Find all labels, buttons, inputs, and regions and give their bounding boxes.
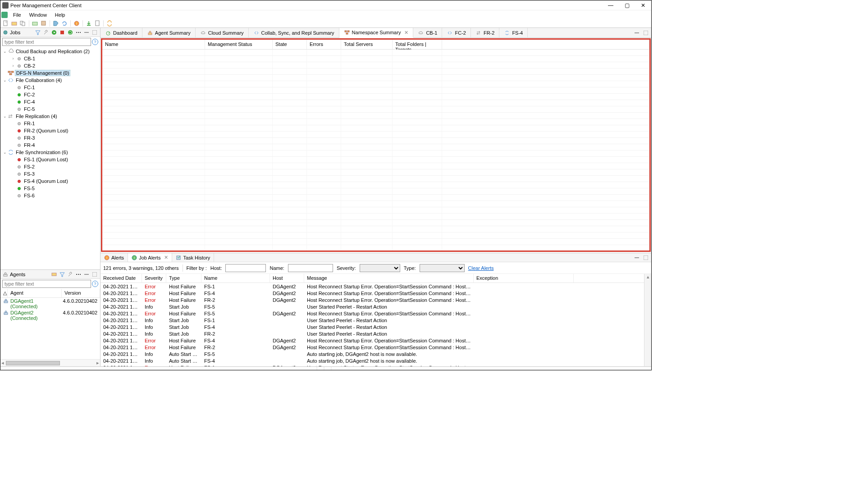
tree-node[interactable]: ›CB-1	[0, 55, 100, 62]
col-agent[interactable]: Agent	[8, 289, 62, 297]
maximize-bottom-icon[interactable]	[642, 254, 649, 261]
nav-icon[interactable]	[32, 20, 39, 27]
agent-row[interactable]: DGAgent1 (Connected)4.6.0.20210402	[0, 298, 100, 310]
menu-window[interactable]: Window	[26, 11, 50, 18]
tree-node[interactable]: ⌄File Collaboration (4)	[0, 77, 100, 84]
tree-node[interactable]: FS-6	[0, 192, 100, 199]
grid-column-header[interactable]: Errors	[307, 40, 341, 49]
alerts-column-header[interactable]: Message	[304, 274, 474, 282]
download-icon[interactable]	[85, 20, 92, 27]
maximize-button[interactable]: ▢	[622, 2, 631, 9]
stop-icon[interactable]	[59, 29, 66, 36]
editor-tab[interactable]: Cloud Summary	[196, 28, 249, 37]
grid-column-header[interactable]: State	[273, 40, 307, 49]
editor-tab[interactable]: Agent Summary	[142, 28, 196, 37]
alert-row[interactable]: 04-20-2021 14:49:58InfoStart JobFR-2User…	[101, 330, 644, 337]
clear-alerts-link[interactable]: Clear Alerts	[468, 265, 494, 271]
alert-row[interactable]: 04-20-2021 14:51:06ErrorHost FailureFS-4…	[101, 290, 644, 296]
tree-node[interactable]: FR-2 (Quorum Lost)	[0, 127, 100, 134]
play-icon[interactable]	[50, 29, 58, 36]
alert-row[interactable]: 04-20-2021 14:50:05InfoStart JobFS-1User…	[101, 317, 644, 323]
expander-icon[interactable]: ⌄	[2, 78, 8, 82]
grid-column-header[interactable]: Management Status	[205, 40, 273, 49]
agent-row[interactable]: DGAgent2 (Connected)4.6.0.20210402	[0, 310, 100, 321]
tree-node[interactable]: FS-3	[0, 170, 100, 178]
agents-minimize-icon[interactable]	[83, 271, 90, 278]
bottom-tab[interactable]: Task History	[172, 253, 214, 262]
help-icon[interactable]: ?	[92, 281, 98, 287]
alerts-column-header[interactable]: Host	[270, 274, 304, 282]
sync-icon[interactable]	[106, 20, 113, 27]
menu-icon[interactable]	[75, 29, 82, 36]
alert-row[interactable]: 04-20-2021 14:49:36ErrorHost FailureFS-4…	[101, 337, 644, 344]
tree-node[interactable]: ⌄File Synchronization (6)	[0, 149, 100, 156]
minimize-editor-icon[interactable]	[633, 29, 640, 36]
tree-node[interactable]: FC-2	[0, 91, 100, 98]
editor-tab[interactable]: Namespace Summary✕	[339, 28, 414, 38]
menu-help[interactable]: Help	[51, 11, 69, 18]
jobs-filter-input[interactable]	[2, 38, 91, 46]
alert-row[interactable]: 04-20-2021 14:49:02InfoAuto Start JobFS-…	[101, 351, 644, 357]
bottom-tab[interactable]: !Job Alerts✕	[128, 253, 172, 262]
maximize-view-icon[interactable]	[91, 29, 98, 36]
expander-icon[interactable]: ⌄	[2, 150, 8, 155]
menu-file[interactable]: File	[9, 11, 25, 18]
editor-tab[interactable]: Collab, Sync, and Repl Summary	[249, 28, 339, 37]
alerts-vertical-scrollbar[interactable]: ▴	[644, 274, 651, 366]
minimize-button[interactable]: —	[606, 2, 615, 9]
alert-row[interactable]: 04-20-2021 14:49:06ErrorHost FailureFR-2…	[101, 344, 644, 351]
help-icon[interactable]: ?	[92, 39, 98, 45]
open-icon[interactable]	[11, 20, 18, 27]
minimize-bottom-icon[interactable]	[633, 254, 640, 261]
filter-type-select[interactable]	[420, 264, 465, 272]
wrench-icon[interactable]	[42, 29, 50, 36]
alerts-column-header[interactable]: Received Date	[101, 274, 142, 282]
filter-host-input[interactable]	[225, 264, 266, 272]
agents-wrench-icon[interactable]	[67, 271, 74, 278]
alert-row[interactable]: 04-20-2021 14:51:02ErrorHost FailureFR-2…	[101, 296, 644, 303]
alert-row[interactable]: 04-20-2021 14:50:11InfoStart JobFS-5User…	[101, 303, 644, 310]
grid-column-header[interactable]: Name	[102, 40, 205, 49]
doc-icon[interactable]	[94, 20, 101, 27]
tree-node[interactable]: DFS-N Management (0)	[0, 69, 100, 77]
new-icon[interactable]	[2, 20, 9, 27]
tree-node[interactable]: FC-4	[0, 98, 100, 105]
close-icon[interactable]: ✕	[164, 255, 168, 260]
editor-tab[interactable]: Dashboard	[101, 28, 142, 37]
restart-icon[interactable]	[67, 29, 74, 36]
tree-node[interactable]: FC-1	[0, 84, 100, 91]
alert-row[interactable]: 04-20-2021 14:51:10ErrorHost FailureFS-1…	[101, 283, 644, 290]
expander-icon[interactable]: ›	[10, 64, 16, 68]
tree-node[interactable]: ›CB-2	[0, 62, 100, 69]
alert-row[interactable]: 04-20-2021 14:50:06ErrorHost FailureFS-5…	[101, 310, 644, 317]
alerts-column-header[interactable]: Severity	[142, 274, 166, 282]
filter-name-input[interactable]	[288, 264, 333, 272]
col-version[interactable]: Version	[62, 289, 100, 297]
tree-node[interactable]: FR-4	[0, 141, 100, 149]
filter-severity-select[interactable]	[360, 264, 400, 272]
agents-filter-input[interactable]	[2, 280, 91, 288]
grid-column-header[interactable]: Total Servers	[341, 40, 393, 49]
filter-icon[interactable]	[34, 29, 41, 36]
expander-icon[interactable]: ⌄	[2, 49, 8, 54]
agents-new-icon[interactable]	[50, 271, 58, 278]
close-button[interactable]: ✕	[639, 2, 648, 9]
alerts-column-header[interactable]: Name	[201, 274, 270, 282]
tree-node[interactable]: FR-3	[0, 134, 100, 141]
alerts-column-header[interactable]: Type	[166, 274, 201, 282]
close-icon[interactable]: ✕	[404, 30, 408, 36]
grid-column-header[interactable]: Total Folders | Targets	[393, 40, 442, 49]
expander-icon[interactable]: ›	[10, 56, 16, 61]
tree-node[interactable]: FS-2	[0, 163, 100, 170]
editor-tab[interactable]: CB-1	[413, 28, 442, 37]
tree-node[interactable]: FS-4 (Quorum Lost)	[0, 178, 100, 185]
expander-icon[interactable]: ⌄	[2, 114, 8, 118]
agents-filter-icon[interactable]	[59, 271, 66, 278]
alert-row[interactable]: 04-20-2021 14:48:32InfoAuto Start JobFS-…	[101, 357, 644, 364]
prefs-icon[interactable]	[40, 20, 47, 27]
alerts-column-header[interactable]: Exception	[474, 274, 574, 282]
editor-tab[interactable]: FC-2	[442, 28, 471, 37]
agents-horizontal-scrollbar[interactable]: ◂ ▸	[0, 359, 100, 366]
new-multi-icon[interactable]	[19, 20, 27, 27]
tag-icon[interactable]	[52, 20, 59, 27]
